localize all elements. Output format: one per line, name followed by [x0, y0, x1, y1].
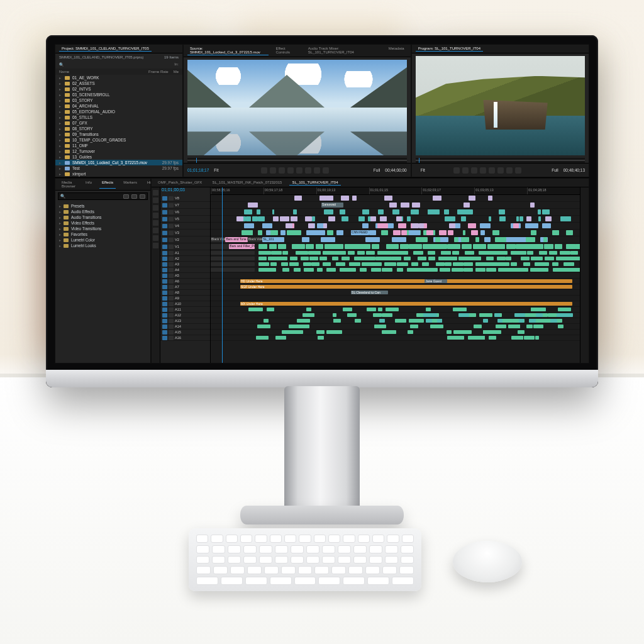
timeline-clip[interactable] [436, 262, 445, 266]
timeline-clip[interactable] [297, 319, 310, 323]
timeline-clip[interactable] [318, 230, 325, 235]
track-toggle[interactable] [162, 296, 167, 301]
timeline-clip[interactable] [523, 262, 530, 266]
track-lock-icon[interactable] [169, 291, 174, 295]
timeline-clip[interactable] [536, 244, 543, 249]
timeline-clip[interactable] [311, 262, 319, 266]
timeline-clip[interactable] [555, 230, 559, 235]
timeline-clip[interactable] [294, 196, 302, 201]
step-back-button[interactable] [279, 167, 285, 174]
timeline-clip[interactable] [518, 336, 523, 340]
timeline-clip[interactable] [398, 223, 406, 228]
bin-item[interactable]: ▸05_EDITORIAL_AUDIO [55, 109, 182, 114]
timeline-clip[interactable] [256, 336, 269, 340]
timeline-clip[interactable] [401, 203, 409, 208]
timeline-clip[interactable] [531, 230, 536, 235]
timeline-clip[interactable] [401, 230, 407, 235]
timeline-clip[interactable]: Bars and Filler_Pr. [229, 244, 255, 249]
timeline-clip[interactable] [457, 209, 464, 214]
timeline-clip[interactable] [572, 257, 580, 260]
source-scrubber[interactable] [187, 158, 407, 163]
timeline-clip[interactable] [362, 244, 370, 249]
timeline-clip[interactable] [428, 257, 436, 260]
timeline-clip[interactable] [380, 223, 388, 228]
slip-tool[interactable] [153, 220, 158, 226]
timeline-clip[interactable] [480, 223, 491, 228]
bin-item[interactable]: ▸11_OMF [55, 143, 182, 148]
timeline-clip[interactable] [430, 325, 443, 328]
track-toggle[interactable] [162, 257, 167, 261]
hand-tool[interactable] [153, 235, 158, 241]
timeline-clip[interactable] [428, 251, 435, 255]
timeline-clip[interactable] [475, 268, 485, 272]
bin-item[interactable]: ▸02_ASSETS [55, 80, 182, 86]
timeline-clip[interactable] [333, 313, 336, 317]
timeline-clip[interactable] [492, 330, 501, 334]
timeline-clip[interactable] [316, 330, 325, 334]
bin-item[interactable]: ▸01_AE_WORK [55, 75, 182, 80]
track-header[interactable]: A14 [160, 324, 210, 330]
track-lock-icon[interactable] [169, 325, 174, 329]
timeline-clip[interactable] [309, 257, 319, 260]
track-toggle[interactable] [162, 313, 167, 318]
timeline-clip[interactable] [499, 209, 506, 214]
timeline-clip[interactable] [506, 244, 515, 249]
export-frame-button[interactable] [323, 167, 329, 174]
timeline-clip[interactable] [404, 257, 411, 260]
track-toggle[interactable] [162, 268, 167, 272]
timeline-clip[interactable] [211, 262, 255, 266]
timeline-clip[interactable] [494, 313, 499, 317]
track-header[interactable]: A6 [160, 279, 210, 284]
timeline-clip[interactable] [452, 251, 459, 255]
timeline-clip[interactable] [539, 319, 552, 323]
timeline-clip[interactable] [308, 251, 321, 255]
prg-play-button[interactable] [480, 167, 486, 174]
timeline-clip[interactable] [319, 196, 327, 201]
timeline-clip[interactable] [364, 257, 375, 260]
zoom-tool[interactable] [153, 243, 158, 248]
timeline-clip[interactable] [372, 244, 379, 249]
timeline-clip[interactable] [509, 325, 520, 328]
source-tab[interactable]: Source: SMMDI_101_Locked_Cut_3_072215.mo… [187, 46, 269, 55]
timeline-clip[interactable] [408, 330, 413, 334]
timeline-clip[interactable] [258, 262, 269, 266]
timeline-clip[interactable] [453, 262, 464, 266]
timeline-clip[interactable] [271, 251, 282, 255]
timeline-clip[interactable] [449, 223, 455, 228]
timeline-clip[interactable] [301, 257, 309, 260]
timeline-clip[interactable] [327, 230, 334, 235]
timeline-clip[interactable] [379, 319, 385, 323]
effects-tab[interactable]: Media Browser [59, 180, 78, 189]
timeline-clip[interactable] [280, 230, 286, 235]
timeline-clip[interactable] [326, 268, 336, 272]
track-lock-icon[interactable] [169, 319, 174, 323]
timeline-clip[interactable] [486, 257, 494, 260]
timeline-clip[interactable] [341, 216, 347, 221]
bin-item[interactable]: ▸10_TEMP_COLOR_GRADES [55, 137, 182, 143]
timeline-clip[interactable] [332, 257, 338, 260]
timeline-clip[interactable] [550, 319, 557, 323]
timeline-clip[interactable] [437, 319, 442, 323]
timeline-clip[interactable] [488, 196, 492, 201]
timeline-clip[interactable] [423, 313, 429, 317]
prg-step-fwd-button[interactable] [489, 167, 495, 174]
timeline-clip[interactable] [355, 319, 361, 323]
track-select-tool[interactable] [153, 197, 158, 203]
timeline-clip[interactable] [306, 244, 314, 249]
timeline-clip[interactable] [264, 319, 269, 323]
timeline-clip[interactable] [281, 262, 288, 266]
bin-item[interactable]: ▸xImport [55, 171, 182, 177]
track-header[interactable]: A10 [160, 301, 210, 307]
timeline-clip[interactable] [454, 237, 458, 242]
timeline-clip[interactable] [349, 262, 360, 266]
timeline-clip[interactable] [384, 230, 389, 235]
track-lock-icon[interactable] [169, 245, 174, 249]
timeline-clip[interactable] [244, 209, 252, 214]
timeline-clip[interactable] [382, 330, 396, 334]
timeline-clip[interactable]: Black Video [248, 237, 262, 242]
sequence-tab[interactable]: SL_101_MASTER_INK_Patch_07232015 [209, 180, 284, 186]
timeline-clip[interactable] [295, 325, 300, 328]
timeline-clip[interactable] [389, 203, 396, 208]
timeline-clip[interactable]: SGF Under Here [240, 285, 572, 289]
timeline-clip[interactable] [348, 251, 355, 255]
